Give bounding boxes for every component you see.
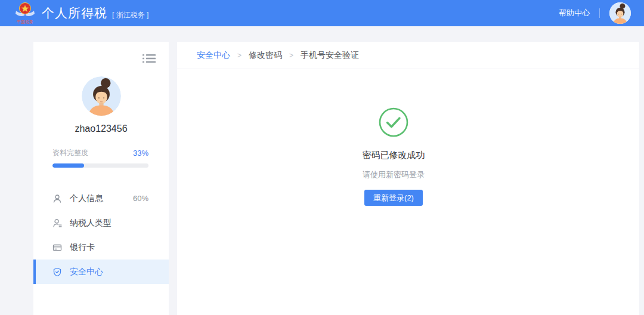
sidebar-item-label: 纳税人类型 bbox=[70, 218, 112, 228]
app-region-subtitle: [ 浙江税务 ] bbox=[112, 10, 148, 20]
shield-icon bbox=[52, 267, 62, 277]
sidebar-item-label: 银行卡 bbox=[70, 242, 95, 253]
success-check-icon bbox=[379, 107, 408, 137]
progress-bar bbox=[52, 163, 148, 168]
sidebar-item-bank-card[interactable]: 银行卡 bbox=[33, 235, 169, 260]
sidebar-menu: 个人信息 60% 纳税人类型 银行卡 bbox=[33, 186, 169, 284]
user-avatar[interactable] bbox=[609, 2, 631, 24]
taxpayer-type-icon bbox=[52, 218, 62, 228]
sidebar: zhao123456 资料完整度 33% 个人信息 60% bbox=[33, 42, 169, 315]
progress-bar-fill bbox=[52, 163, 84, 168]
relogin-button[interactable]: 重新登录(2) bbox=[364, 190, 423, 206]
breadcrumb: 安全中心 > 修改密码 > 手机号安全验证 bbox=[177, 42, 639, 69]
sidebar-item-label: 安全中心 bbox=[70, 267, 103, 277]
sidebar-item-label: 个人信息 bbox=[70, 193, 103, 204]
success-panel: 密码已修改成功 请使用新密码登录 重新登录(2) bbox=[177, 69, 639, 206]
breadcrumb-separator: > bbox=[237, 51, 242, 60]
profile-avatar bbox=[82, 76, 121, 116]
success-title: 密码已修改成功 bbox=[363, 150, 425, 161]
person-icon bbox=[52, 194, 62, 203]
breadcrumb-security-center[interactable]: 安全中心 bbox=[197, 50, 230, 61]
header-right: 帮助中心 bbox=[559, 2, 631, 24]
sidebar-item-extra: 60% bbox=[133, 194, 148, 203]
main-panel: 安全中心 > 修改密码 > 手机号安全验证 密码已修改成功 请使用新密码登录 重… bbox=[177, 42, 639, 315]
breadcrumb-change-password: 修改密码 bbox=[249, 50, 282, 61]
menu-list-icon[interactable] bbox=[143, 54, 156, 63]
sidebar-item-personal-info[interactable]: 个人信息 60% bbox=[33, 186, 169, 211]
bank-card-icon bbox=[52, 243, 62, 252]
sidebar-item-security-center[interactable]: 安全中心 bbox=[33, 260, 169, 284]
profile-completeness-value: 33% bbox=[133, 149, 148, 158]
help-center-link[interactable]: 帮助中心 bbox=[559, 8, 590, 18]
breadcrumb-separator: > bbox=[289, 51, 293, 60]
username: zhao123456 bbox=[33, 123, 169, 134]
profile-completeness-label: 资料完整度 bbox=[52, 148, 88, 158]
logo-caption: 中国税务 bbox=[17, 20, 33, 24]
app-header: 中国税务 个人所得税 [ 浙江税务 ] 帮助中心 bbox=[0, 0, 644, 26]
app-title: 个人所得税 bbox=[42, 5, 107, 21]
sidebar-item-taxpayer-type[interactable]: 纳税人类型 bbox=[33, 211, 169, 235]
page: 中国税务 个人所得税 [ 浙江税务 ] 帮助中心 zhao123456 资 bbox=[0, 0, 644, 315]
profile-completeness: 资料完整度 33% bbox=[52, 148, 148, 168]
tax-bureau-logo-icon: 中国税务 bbox=[14, 2, 36, 24]
header-divider bbox=[599, 8, 600, 18]
success-subtitle: 请使用新密码登录 bbox=[363, 169, 425, 180]
breadcrumb-phone-verification: 手机号安全验证 bbox=[301, 50, 359, 61]
